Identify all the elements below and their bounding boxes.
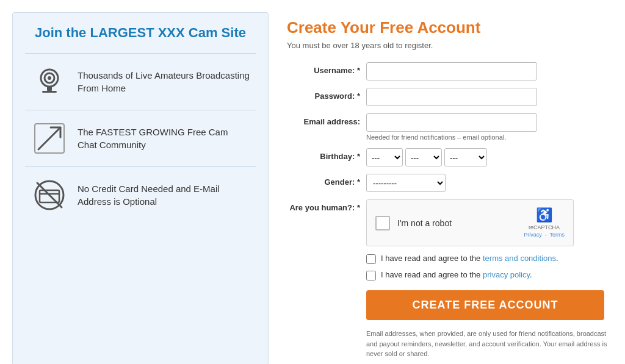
feature-webcam-text: Thousands of Live Amateurs Broadcasting … bbox=[78, 69, 250, 95]
birthday-label: Birthday: * bbox=[287, 148, 366, 161]
terms-text: I have read and agree to the terms and c… bbox=[381, 254, 558, 263]
gender-field: --------- bbox=[366, 174, 613, 192]
privacy-checkbox[interactable] bbox=[366, 271, 376, 280]
create-account-button[interactable]: CREATE FREE ACCOUNT bbox=[366, 290, 604, 320]
recaptcha-text: reCAPTCHA Privacy - Terms bbox=[524, 224, 565, 238]
recaptcha-privacy-link[interactable]: Privacy bbox=[524, 232, 542, 238]
captcha-label: I'm not a robot bbox=[397, 218, 452, 228]
birthday-field: --- --- --- bbox=[366, 148, 613, 166]
footer-note: Email addresses, when provided, are only… bbox=[366, 329, 613, 359]
left-panel: Join the LARGEST XXX Cam Site Thousands … bbox=[12, 12, 269, 364]
gender-label: Gender: * bbox=[287, 174, 366, 187]
right-panel: Create Your Free Account You must be ove… bbox=[287, 12, 613, 364]
password-field bbox=[366, 88, 613, 106]
captcha-row: Are you human?: * I'm not a robot ♿ reCA… bbox=[287, 199, 613, 246]
recaptcha-icon: ♿ bbox=[536, 207, 552, 223]
feature-webcam: Thousands of Live Amateurs Broadcasting … bbox=[25, 53, 256, 110]
submit-wrapper: CREATE FREE ACCOUNT bbox=[366, 290, 613, 320]
password-input[interactable] bbox=[366, 88, 537, 106]
privacy-link[interactable]: privacy policy bbox=[483, 270, 530, 279]
privacy-text: I have read and agree to the privacy pol… bbox=[381, 270, 532, 279]
birthday-month-select[interactable]: --- bbox=[366, 148, 403, 166]
username-label: Username: * bbox=[287, 62, 366, 75]
captcha-box: I'm not a robot ♿ reCAPTCHA Privacy - Te… bbox=[366, 199, 574, 246]
webcam-icon bbox=[31, 63, 68, 100]
left-heading: Join the LARGEST XXX Cam Site bbox=[25, 25, 256, 41]
privacy-checkbox-row: I have read and agree to the privacy pol… bbox=[366, 270, 613, 280]
feature-growth-text: The FASTEST GROWING Free Cam Chat Commun… bbox=[78, 126, 250, 151]
feature-growth: The FASTEST GROWING Free Cam Chat Commun… bbox=[25, 110, 256, 166]
growth-icon bbox=[31, 120, 68, 157]
email-label: Email address: bbox=[287, 113, 366, 126]
form-subtitle: You must be over 18 years old to registe… bbox=[287, 41, 613, 50]
gender-row: Gender: * --------- bbox=[287, 174, 613, 192]
recaptcha-terms-link[interactable]: Terms bbox=[550, 232, 565, 238]
terms-checkbox[interactable] bbox=[366, 254, 376, 264]
password-row: Password: * bbox=[287, 88, 613, 106]
username-field bbox=[366, 62, 613, 80]
svg-line-10 bbox=[37, 183, 62, 207]
human-label: Are you human?: * bbox=[287, 199, 366, 212]
svg-rect-4 bbox=[42, 91, 57, 93]
email-hint: Needed for friend notifications – email … bbox=[366, 134, 613, 141]
email-input[interactable] bbox=[366, 113, 537, 132]
terms-link[interactable]: terms and conditions bbox=[483, 254, 556, 263]
recaptcha-branding: ♿ reCAPTCHA Privacy - Terms bbox=[524, 207, 565, 238]
gender-select[interactable]: --------- bbox=[366, 174, 446, 192]
password-label: Password: * bbox=[287, 88, 366, 101]
svg-rect-3 bbox=[47, 87, 52, 91]
email-row: Email address: Needed for friend notific… bbox=[287, 113, 613, 141]
svg-point-2 bbox=[48, 76, 51, 80]
feature-nocredit-text: No Credit Card Needed and E-Mail Address… bbox=[78, 182, 250, 208]
birthday-row: Birthday: * --- --- --- bbox=[287, 148, 613, 166]
svg-line-6 bbox=[38, 127, 60, 149]
birthday-day-select[interactable]: --- bbox=[405, 148, 442, 166]
username-input[interactable] bbox=[366, 62, 537, 80]
terms-checkbox-row: I have read and agree to the terms and c… bbox=[366, 254, 613, 264]
nocredit-icon bbox=[31, 177, 68, 213]
captcha-field: I'm not a robot ♿ reCAPTCHA Privacy - Te… bbox=[366, 199, 613, 246]
email-field: Needed for friend notifications – email … bbox=[366, 113, 613, 141]
form-title: Create Your Free Account bbox=[287, 18, 613, 37]
birthday-year-select[interactable]: --- bbox=[444, 148, 487, 166]
captcha-checkbox[interactable] bbox=[375, 216, 390, 230]
feature-nocredit: No Credit Card Needed and E-Mail Address… bbox=[25, 166, 256, 223]
username-row: Username: * bbox=[287, 62, 613, 80]
